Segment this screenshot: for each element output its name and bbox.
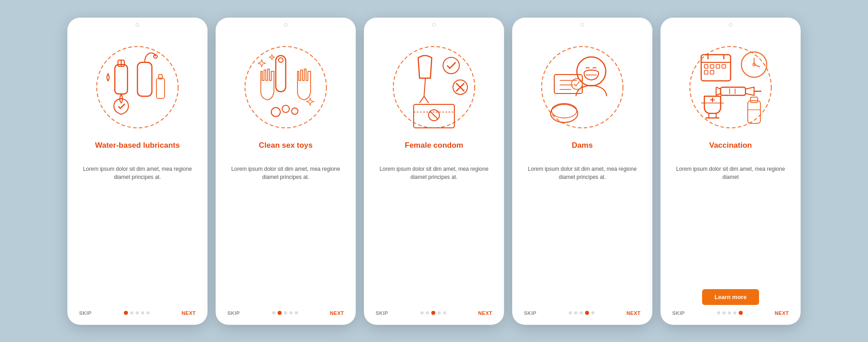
svg-rect-42 bbox=[710, 65, 714, 68]
screen-5-next[interactable]: NEXT bbox=[775, 310, 789, 316]
screen-1-next[interactable]: NEXT bbox=[182, 310, 196, 316]
screen-2-skip[interactable]: SKIP bbox=[227, 310, 240, 316]
dot-2 bbox=[580, 311, 583, 314]
dot-4 bbox=[295, 311, 298, 314]
top-dot bbox=[729, 23, 732, 27]
screen-5-nav: SKIP NEXT bbox=[670, 310, 791, 316]
screen-5-dots bbox=[717, 311, 743, 315]
svg-rect-6 bbox=[156, 78, 165, 98]
dot-0 bbox=[272, 311, 275, 314]
illustration-4 bbox=[533, 37, 632, 137]
svg-line-16 bbox=[420, 96, 424, 103]
screen-3-body: Lorem ipsum dolor sit dim amet, mea regi… bbox=[374, 165, 494, 307]
screen-1-body: Lorem ipsum dolor sit dim amet, mea regi… bbox=[77, 165, 198, 307]
screen-1-dots bbox=[124, 311, 150, 315]
dot-2 bbox=[728, 311, 731, 314]
dot-4 bbox=[739, 311, 743, 315]
screen-3-title: Female condom bbox=[405, 141, 463, 160]
svg-line-54 bbox=[716, 94, 721, 95]
dot-3 bbox=[438, 311, 441, 314]
svg-rect-4 bbox=[137, 62, 152, 96]
svg-rect-9 bbox=[276, 56, 286, 92]
screen-2-nav: SKIP NEXT bbox=[226, 310, 346, 316]
svg-point-13 bbox=[292, 108, 298, 114]
screen-1: Water-based lubricants Lorem ipsum dolor… bbox=[67, 18, 208, 325]
svg-line-17 bbox=[424, 96, 429, 103]
screen-1-skip[interactable]: SKIP bbox=[79, 310, 92, 316]
dot-1 bbox=[130, 311, 133, 314]
screen-2-dots bbox=[272, 311, 298, 315]
screen-5-body: Lorem ipsum dolor sit dim amet, mea regi… bbox=[670, 165, 791, 286]
svg-point-18 bbox=[443, 57, 459, 74]
dot-0 bbox=[124, 311, 128, 315]
svg-rect-41 bbox=[704, 65, 708, 68]
dot-4 bbox=[591, 311, 594, 314]
screen-2-title: Clean sex toys bbox=[259, 141, 312, 160]
svg-rect-44 bbox=[722, 65, 726, 68]
svg-point-11 bbox=[271, 108, 280, 117]
top-dot bbox=[432, 23, 436, 27]
svg-rect-63 bbox=[750, 97, 758, 103]
screen-5-title: Vaccination bbox=[709, 141, 752, 160]
screen-4-skip[interactable]: SKIP bbox=[524, 310, 537, 316]
dot-2 bbox=[431, 311, 435, 315]
svg-rect-1 bbox=[115, 65, 127, 94]
dot-4 bbox=[146, 311, 150, 314]
svg-rect-51 bbox=[721, 87, 745, 95]
dot-1 bbox=[278, 311, 282, 315]
dot-3 bbox=[585, 311, 589, 315]
svg-line-53 bbox=[716, 87, 721, 89]
learn-more-button[interactable]: Learn more bbox=[702, 289, 760, 305]
dot-0 bbox=[717, 311, 720, 314]
screen-4-nav: SKIP NEXT bbox=[522, 310, 642, 316]
svg-point-35 bbox=[552, 103, 577, 118]
dot-3 bbox=[733, 311, 736, 314]
screen-5-skip[interactable]: SKIP bbox=[672, 310, 685, 316]
screen-2: Clean sex toys Lorem ipsum dolor sit dim… bbox=[216, 18, 356, 325]
dot-2 bbox=[136, 311, 139, 314]
svg-rect-22 bbox=[414, 104, 454, 128]
screen-4-next[interactable]: NEXT bbox=[627, 310, 641, 316]
svg-point-10 bbox=[278, 58, 283, 62]
svg-rect-45 bbox=[704, 70, 708, 74]
dot-1 bbox=[426, 311, 429, 314]
screen-3: Female condom Lorem ipsum dolor sit dim … bbox=[364, 18, 504, 325]
screen-2-body: Lorem ipsum dolor sit dim amet, mea regi… bbox=[226, 165, 346, 307]
dot-3 bbox=[289, 311, 292, 314]
screen-1-nav: SKIP NEXT bbox=[77, 310, 198, 316]
dot-3 bbox=[141, 311, 144, 314]
screens-container: Water-based lubricants Lorem ipsum dolor… bbox=[67, 18, 801, 325]
svg-point-34 bbox=[551, 104, 578, 122]
screen-4: Dams Lorem ipsum dolor sit dim amet, mea… bbox=[512, 18, 652, 325]
screen-5: Vaccination Lorem ipsum dolor sit dim am… bbox=[660, 18, 801, 325]
dot-2 bbox=[284, 311, 287, 314]
dot-0 bbox=[420, 311, 424, 314]
screen-1-title: Water-based lubricants bbox=[95, 141, 179, 160]
screen-4-dots bbox=[569, 311, 594, 315]
illustration-5 bbox=[681, 37, 780, 137]
top-dot bbox=[284, 23, 288, 27]
svg-line-15 bbox=[424, 78, 425, 96]
svg-rect-46 bbox=[710, 70, 714, 74]
screen-4-title: Dams bbox=[572, 141, 593, 160]
dot-1 bbox=[722, 311, 726, 314]
illustration-3 bbox=[384, 37, 484, 137]
dot-0 bbox=[569, 311, 572, 314]
screen-3-skip[interactable]: SKIP bbox=[376, 310, 388, 316]
illustration-2 bbox=[236, 37, 335, 137]
top-dot bbox=[136, 23, 139, 27]
screen-3-dots bbox=[420, 311, 446, 315]
svg-point-12 bbox=[282, 105, 289, 112]
screen-3-nav: SKIP NEXT bbox=[374, 310, 494, 316]
screen-2-next[interactable]: NEXT bbox=[330, 310, 344, 316]
screen-4-body: Lorem ipsum dolor sit dim amet, mea regi… bbox=[522, 165, 642, 307]
dot-4 bbox=[443, 311, 446, 314]
illustration-1 bbox=[88, 37, 187, 137]
screen-3-next[interactable]: NEXT bbox=[478, 310, 492, 316]
svg-rect-43 bbox=[716, 65, 720, 68]
top-dot bbox=[580, 23, 584, 27]
dot-1 bbox=[574, 311, 577, 314]
svg-line-25 bbox=[430, 112, 438, 119]
